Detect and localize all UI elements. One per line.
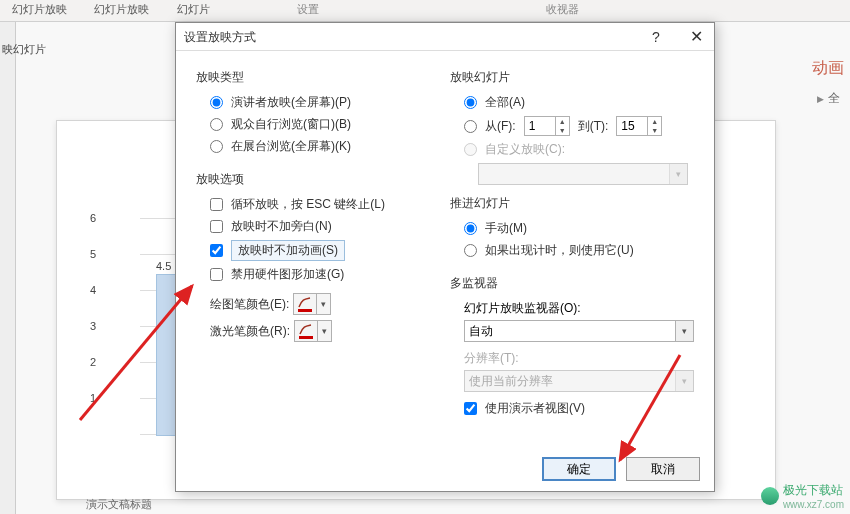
presenter-radio-label: 演讲者放映(全屏幕)(P) — [231, 94, 351, 111]
presentation-title-label: 演示文稿标题 — [86, 497, 152, 512]
left-panel-label: 映幻灯片 — [2, 42, 46, 57]
dialog-left-column: 放映类型 演讲者放映(全屏幕)(P) 观众自行浏览(窗口)(B) 在展台浏览(全… — [190, 57, 444, 451]
spin-up-icon[interactable]: ▲ — [556, 117, 569, 126]
manual-radio[interactable] — [464, 222, 477, 235]
no-animation-checkbox[interactable] — [210, 244, 223, 257]
dialog-title: 设置放映方式 — [184, 30, 256, 44]
ribbon-bar: 幻灯片放映 幻灯片放映 幻灯片 设置 收视器 — [0, 0, 850, 22]
chart-tick: 5 — [90, 248, 96, 260]
watermark-url: www.xz7.com — [783, 499, 844, 510]
custom-show-radio — [464, 143, 477, 156]
monitor-label: 幻灯片放映监视器(O): — [464, 300, 694, 317]
chart-tick: 3 — [90, 320, 96, 332]
no-animation-checkbox-label: 放映时不加动画(S) — [231, 240, 345, 261]
help-button[interactable]: ? — [638, 23, 674, 51]
kiosk-radio-label: 在展台浏览(全屏幕)(K) — [231, 138, 351, 155]
pen-color-picker[interactable]: ▾ — [293, 293, 331, 315]
no-narration-checkbox[interactable] — [210, 220, 223, 233]
ribbon-item[interactable]: 幻灯片 — [165, 0, 222, 19]
left-panel — [0, 22, 16, 514]
chart-tick: 2 — [90, 356, 96, 368]
timing-radio[interactable] — [464, 244, 477, 257]
all-slides-radio[interactable] — [464, 96, 477, 109]
monitor-value: 自动 — [469, 323, 493, 340]
manual-radio-label: 手动(M) — [485, 220, 527, 237]
watermark-name: 极光下载站 — [783, 483, 843, 497]
browse-radio[interactable] — [210, 118, 223, 131]
show-type-group-label: 放映类型 — [196, 69, 438, 86]
chevron-down-icon: ▾ — [675, 371, 693, 391]
pen-icon — [299, 324, 313, 335]
set-up-show-dialog: 设置放映方式 ? ✕ 放映类型 演讲者放映(全屏幕)(P) 观众自行浏览(窗口)… — [175, 22, 715, 492]
chart-tick: 1 — [90, 392, 96, 404]
laser-color-swatch — [295, 321, 317, 341]
laser-color-label: 激光笔颜色(R): — [210, 323, 290, 340]
custom-show-dropdown: ▾ — [478, 163, 688, 185]
chart-tick: 4 — [90, 284, 96, 296]
chart-data-label: 4.5 — [156, 260, 171, 272]
laser-color-picker[interactable]: ▾ — [294, 320, 332, 342]
resolution-dropdown: 使用当前分辨率 ▾ — [464, 370, 694, 392]
ok-button[interactable]: 确定 — [542, 457, 616, 481]
chevron-down-icon: ▾ — [669, 164, 687, 184]
ribbon-group-label: 收视器 — [534, 0, 591, 19]
resolution-label: 分辨率(T): — [464, 350, 694, 367]
no-narration-checkbox-label: 放映时不加旁白(N) — [231, 218, 332, 235]
ribbon-group-label: 设置 — [285, 0, 331, 19]
browse-radio-label: 观众自行浏览(窗口)(B) — [231, 116, 351, 133]
disable-hw-checkbox-label: 禁用硬件图形加速(G) — [231, 266, 344, 283]
to-value: 15 — [621, 119, 634, 133]
animation-pane-title: 动画 — [812, 58, 844, 79]
dialog-footer: 确定 取消 — [176, 451, 714, 487]
from-label: 从(F): — [485, 118, 516, 135]
disable-hw-checkbox[interactable] — [210, 268, 223, 281]
chevron-down-icon[interactable]: ▾ — [316, 294, 330, 314]
ribbon-item[interactable]: 幻灯片放映 — [82, 0, 161, 19]
dialog-right-column: 放映幻灯片 全部(A) 从(F): 1 ▲▼ 到(T): 15 ▲▼ — [444, 57, 700, 451]
chevron-down-icon[interactable]: ▾ — [675, 321, 693, 341]
pen-color-swatch — [294, 294, 316, 314]
loop-checkbox-label: 循环放映，按 ESC 键终止(L) — [231, 196, 385, 213]
pen-icon — [298, 297, 312, 308]
dialog-title-bar: 设置放映方式 ? ✕ — [176, 23, 714, 51]
show-slides-group-label: 放映幻灯片 — [450, 69, 694, 86]
spin-down-icon[interactable]: ▼ — [648, 126, 661, 135]
monitor-dropdown[interactable]: 自动 ▾ — [464, 320, 694, 342]
chevron-down-icon[interactable]: ▾ — [317, 321, 331, 341]
loop-checkbox[interactable] — [210, 198, 223, 211]
chart-tick: 6 — [90, 212, 96, 224]
to-label: 到(T): — [578, 118, 609, 135]
from-slides-radio[interactable] — [464, 120, 477, 133]
timing-radio-label: 如果出现计时，则使用它(U) — [485, 242, 634, 259]
pen-color-label: 绘图笔颜色(E): — [210, 296, 289, 313]
resolution-value: 使用当前分辨率 — [469, 373, 553, 390]
to-spinner[interactable]: 15 ▲▼ — [616, 116, 662, 136]
watermark: 极光下载站 www.xz7.com — [761, 482, 844, 510]
spin-down-icon[interactable]: ▼ — [556, 126, 569, 135]
spin-up-icon[interactable]: ▲ — [648, 117, 661, 126]
custom-show-radio-label: 自定义放映(C): — [485, 141, 565, 158]
watermark-logo-icon — [761, 487, 779, 505]
ribbon-item[interactable]: 幻灯片放映 — [0, 0, 79, 19]
advance-slides-group-label: 推进幻灯片 — [450, 195, 694, 212]
from-spinner[interactable]: 1 ▲▼ — [524, 116, 570, 136]
animation-pane-item[interactable]: 全 — [817, 90, 840, 107]
from-value: 1 — [529, 119, 536, 133]
presenter-view-checkbox-label: 使用演示者视图(V) — [485, 400, 585, 417]
kiosk-radio[interactable] — [210, 140, 223, 153]
cancel-button[interactable]: 取消 — [626, 457, 700, 481]
all-slides-radio-label: 全部(A) — [485, 94, 525, 111]
presenter-view-checkbox[interactable] — [464, 402, 477, 415]
multi-monitor-group-label: 多监视器 — [450, 275, 694, 292]
show-options-group-label: 放映选项 — [196, 171, 438, 188]
close-button[interactable]: ✕ — [678, 23, 714, 51]
presenter-radio[interactable] — [210, 96, 223, 109]
